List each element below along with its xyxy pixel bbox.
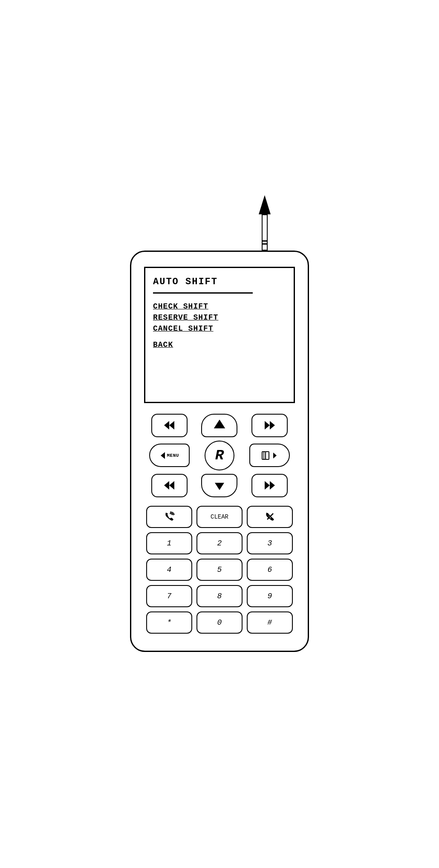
menu-item-cancel-shift[interactable]: CANCEL SHIFT — [153, 324, 286, 333]
double-up-right-icon — [263, 420, 276, 430]
nav-button-bot-right[interactable] — [251, 474, 288, 497]
call-end-button[interactable] — [247, 506, 293, 528]
double-down-right-icon — [263, 480, 276, 490]
key-2-label: 2 — [217, 539, 222, 548]
down-arrow-icon — [214, 479, 225, 491]
nav-button-top-left[interactable] — [151, 414, 188, 437]
nav-button-menu-left[interactable]: MENU — [149, 444, 190, 467]
antenna-line-2 — [262, 243, 267, 245]
key-5-label: 5 — [217, 565, 222, 574]
antenna-line-1 — [262, 240, 267, 242]
number-keypad: 1 2 3 4 5 6 7 8 9 * 0 # — [146, 532, 293, 634]
key-4-label: 4 — [167, 565, 172, 574]
special-row: CLEAR — [146, 506, 293, 528]
svg-marker-14 — [215, 483, 224, 490]
menu-label: MENU — [167, 453, 179, 458]
svg-marker-7 — [161, 452, 165, 459]
key-9-label: 9 — [268, 592, 272, 600]
svg-marker-1 — [169, 421, 174, 430]
clear-label: CLEAR — [211, 513, 228, 520]
menu-item-back[interactable]: BACK — [153, 340, 286, 349]
nav-button-up[interactable] — [201, 414, 237, 437]
key-2[interactable]: 2 — [196, 532, 243, 554]
svg-marker-11 — [273, 453, 277, 459]
double-up-left-icon — [163, 420, 176, 430]
key-7-label: 7 — [167, 592, 172, 600]
call-start-icon — [163, 511, 175, 523]
svg-marker-12 — [164, 481, 169, 490]
antenna-tip — [259, 195, 271, 214]
key-9[interactable]: 9 — [247, 585, 293, 607]
key-4[interactable]: 4 — [146, 559, 192, 581]
svg-marker-6 — [270, 421, 275, 430]
key-hash-label: # — [268, 618, 272, 627]
up-arrow-icon — [214, 419, 225, 431]
key-0[interactable]: 0 — [196, 611, 243, 634]
double-down-left-icon — [163, 480, 176, 490]
key-6[interactable]: 6 — [247, 559, 293, 581]
key-1[interactable]: 1 — [146, 532, 192, 554]
nav-grid: MENU R — [146, 414, 293, 497]
screen-divider — [153, 292, 253, 294]
svg-rect-9 — [266, 452, 269, 459]
key-3[interactable]: 3 — [247, 532, 293, 554]
nav-cell-bot-right — [251, 474, 288, 497]
clear-button[interactable]: CLEAR — [196, 506, 243, 528]
nav-cell-bot-left — [151, 474, 188, 497]
antenna-lines — [262, 240, 267, 246]
key-star[interactable]: * — [146, 611, 192, 634]
nav-cell-mid-left: MENU — [149, 444, 190, 467]
call-end-icon — [264, 511, 276, 523]
nav-cell-mid-right — [249, 444, 290, 467]
antenna — [259, 195, 271, 251]
key-hash[interactable]: # — [247, 611, 293, 634]
left-arrow-icon — [160, 451, 166, 460]
nav-cell-top-left — [151, 414, 188, 437]
svg-marker-4 — [215, 421, 224, 428]
svg-marker-13 — [169, 481, 174, 490]
menu-item-check-shift[interactable]: CHECK SHIFT — [153, 302, 286, 311]
nav-button-bot-left[interactable] — [151, 474, 188, 497]
nav-button-top-right[interactable] — [251, 414, 288, 437]
book-right-icon — [261, 451, 271, 460]
phone-body: AUTO SHIFT CHECK SHIFT RESERVE SHIFT CAN… — [130, 251, 309, 652]
right-arrow-icon — [272, 452, 277, 459]
phone-device: AUTO SHIFT CHECK SHIFT RESERVE SHIFT CAN… — [130, 251, 309, 652]
menu-item-reserve-shift[interactable]: RESERVE SHIFT — [153, 313, 286, 322]
r-label: R — [215, 447, 224, 464]
r-button[interactable]: R — [205, 441, 234, 470]
key-7[interactable]: 7 — [146, 585, 192, 607]
svg-marker-5 — [265, 421, 270, 430]
nav-button-book-right[interactable] — [249, 444, 290, 467]
key-5[interactable]: 5 — [196, 559, 243, 581]
nav-cell-mid-center: R — [205, 441, 234, 470]
key-1-label: 1 — [167, 539, 172, 548]
svg-marker-15 — [265, 481, 270, 490]
key-3-label: 3 — [268, 539, 272, 548]
nav-button-down[interactable] — [201, 474, 237, 497]
svg-marker-0 — [164, 421, 169, 430]
antenna-body — [262, 214, 268, 251]
key-8-label: 8 — [217, 592, 222, 600]
key-star-label: * — [167, 618, 172, 627]
key-8[interactable]: 8 — [196, 585, 243, 607]
screen-title: AUTO SHIFT — [153, 277, 286, 287]
key-6-label: 6 — [268, 565, 272, 574]
nav-cell-bot-center — [201, 474, 237, 497]
nav-cell-top-center — [201, 414, 237, 437]
screen: AUTO SHIFT CHECK SHIFT RESERVE SHIFT CAN… — [144, 267, 295, 403]
call-start-button[interactable] — [146, 506, 192, 528]
svg-marker-16 — [270, 481, 275, 490]
key-0-label: 0 — [217, 618, 222, 627]
nav-cell-top-right — [251, 414, 288, 437]
